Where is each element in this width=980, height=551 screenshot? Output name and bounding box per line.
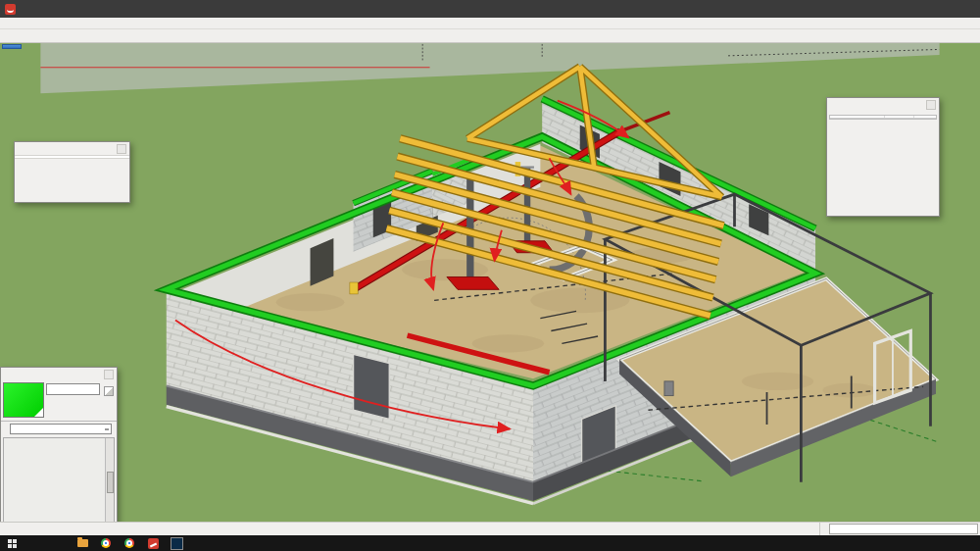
sketchup-icon [148, 538, 159, 549]
measurements-input[interactable] [829, 524, 978, 534]
taskbar [0, 535, 980, 551]
sample-swatch-icon[interactable] [104, 386, 114, 396]
chrome-icon [124, 538, 134, 548]
3d-viewport[interactable] [0, 43, 980, 522]
chrome-icon [101, 538, 111, 548]
photoshop-taskbar-button[interactable] [165, 535, 188, 551]
column-name[interactable] [830, 116, 885, 118]
swatch-scrollbar[interactable] [105, 438, 114, 522]
search-button[interactable] [24, 535, 47, 551]
title-bar [0, 0, 980, 18]
task-view-button[interactable] [47, 535, 71, 551]
entity-info-close-icon[interactable] [117, 144, 126, 154]
main-toolbar [0, 29, 980, 43]
layers-close-icon[interactable] [926, 100, 936, 110]
sketchup-logo-icon [5, 4, 16, 15]
material-preview-swatch [3, 382, 44, 418]
materials-close-icon[interactable] [104, 370, 114, 379]
file-explorer-button[interactable] [71, 535, 94, 551]
sketchup-taskbar-button[interactable] [141, 535, 165, 551]
swatch-grid [4, 438, 105, 522]
materials-panel [0, 367, 118, 522]
entity-info-panel [14, 141, 130, 203]
windows-logo-icon [8, 539, 17, 548]
column-color[interactable] [914, 116, 936, 118]
scene-tab[interactable] [2, 44, 22, 49]
collection-dropdown[interactable] [10, 424, 112, 434]
scrollbar-thumb[interactable] [107, 472, 114, 493]
house-model [167, 67, 936, 504]
material-name-input[interactable] [46, 383, 100, 395]
menu-bar [0, 18, 980, 29]
folder-icon [77, 539, 88, 547]
browser-button-1[interactable] [94, 535, 118, 551]
layers-header [830, 116, 936, 119]
chevron-down-icon [105, 428, 109, 430]
status-bar [0, 522, 980, 535]
layers-panel [826, 97, 940, 217]
browser-button-2[interactable] [118, 535, 141, 551]
photoshop-icon [171, 537, 183, 550]
start-button[interactable] [0, 535, 24, 551]
column-visible[interactable] [885, 116, 914, 118]
